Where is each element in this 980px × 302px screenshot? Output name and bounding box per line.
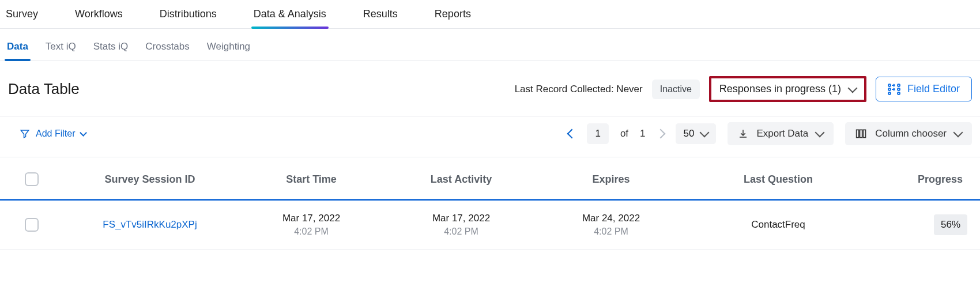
- sub-tabs: Data Text iQ Stats iQ Crosstabs Weightin…: [0, 29, 980, 61]
- pager-next-button[interactable]: [655, 129, 665, 139]
- svg-point-5: [888, 88, 891, 90]
- last-activity-date: Mar 17, 2022: [386, 212, 536, 225]
- title-row: Data Table Last Record Collected: Never …: [0, 61, 980, 112]
- last-question-cell: ContactFreq: [686, 219, 870, 231]
- subtab-data[interactable]: Data: [6, 32, 29, 61]
- chevron-down-icon: [815, 128, 825, 138]
- progress-cell: 56%: [870, 214, 980, 235]
- session-id-link[interactable]: FS_vTv5iIRkKu2pXPj: [63, 219, 236, 231]
- svg-point-10: [888, 92, 891, 95]
- last-record-label: Last Record Collected: Never: [515, 84, 643, 95]
- last-activity-time: 4:02 PM: [386, 225, 536, 238]
- svg-line-8: [894, 89, 895, 90]
- column-start-time[interactable]: Start Time: [236, 173, 386, 186]
- start-date: Mar 17, 2022: [236, 212, 386, 225]
- pager-of-label: of: [620, 128, 628, 139]
- pager-current-page[interactable]: 1: [587, 123, 608, 144]
- responses-in-progress-dropdown[interactable]: Responses in progress (1): [709, 76, 866, 102]
- filter-icon: [20, 129, 30, 139]
- svg-line-3: [894, 85, 895, 86]
- page-title: Data Table: [8, 80, 80, 98]
- column-chooser-label: Column chooser: [875, 128, 947, 139]
- columns-icon: [855, 129, 867, 139]
- chevron-down-icon: [953, 128, 963, 138]
- tab-workflows[interactable]: Workflows: [74, 1, 124, 28]
- pager: 1 of 1: [568, 123, 664, 144]
- chevron-down-icon: [847, 83, 857, 93]
- field-editor-label: Field Editor: [907, 83, 960, 95]
- tab-survey[interactable]: Survey: [5, 1, 39, 28]
- svg-point-11: [898, 92, 900, 95]
- subtab-crosstabs[interactable]: Crosstabs: [144, 32, 191, 61]
- svg-point-0: [888, 84, 891, 86]
- chevron-down-icon: [80, 129, 88, 137]
- page-size-dropdown[interactable]: 50: [676, 123, 717, 144]
- subtab-stats-iq[interactable]: Stats iQ: [92, 32, 129, 61]
- expires-cell: Mar 24, 2022 4:02 PM: [536, 212, 686, 238]
- select-all-checkbox[interactable]: [25, 172, 39, 186]
- field-editor-button[interactable]: Field Editor: [876, 77, 972, 101]
- add-filter-button[interactable]: Add Filter: [8, 129, 86, 139]
- pager-total-pages: 1: [640, 128, 645, 139]
- responses-in-progress-label: Responses in progress (1): [719, 83, 841, 95]
- toolbar: Add Filter 1 of 1 50 Export Data: [0, 116, 980, 157]
- table-row: FS_vTv5iIRkKu2pXPj Mar 17, 2022 4:02 PM …: [0, 201, 980, 250]
- subtab-text-iq[interactable]: Text iQ: [44, 32, 77, 61]
- progress-badge: 56%: [934, 214, 967, 235]
- table-header: Survey Session ID Start Time Last Activi…: [0, 157, 980, 201]
- start-time: 4:02 PM: [236, 225, 386, 238]
- row-checkbox[interactable]: [25, 218, 39, 232]
- chevron-down-icon: [700, 128, 710, 138]
- pager-prev-button[interactable]: [567, 129, 577, 139]
- subtab-weighting[interactable]: Weighting: [206, 32, 251, 61]
- field-editor-icon: [888, 84, 900, 95]
- column-expires[interactable]: Expires: [536, 173, 686, 186]
- start-time-cell: Mar 17, 2022 4:02 PM: [236, 212, 386, 238]
- column-last-question[interactable]: Last Question: [686, 173, 870, 186]
- status-pill-inactive: Inactive: [652, 80, 700, 99]
- responses-table: Survey Session ID Start Time Last Activi…: [0, 157, 980, 250]
- row-checkbox-cell: [0, 218, 63, 232]
- page-size-value: 50: [684, 128, 695, 139]
- tab-reports[interactable]: Reports: [434, 1, 472, 28]
- svg-point-4: [898, 84, 900, 86]
- tab-results[interactable]: Results: [362, 1, 399, 28]
- expires-date: Mar 24, 2022: [536, 212, 686, 225]
- column-chooser-button[interactable]: Column chooser: [845, 122, 972, 145]
- tab-data-analysis[interactable]: Data & Analysis: [252, 1, 327, 28]
- svg-rect-12: [857, 130, 859, 137]
- column-checkbox: [0, 172, 63, 186]
- last-activity-cell: Mar 17, 2022 4:02 PM: [386, 212, 536, 238]
- export-data-button[interactable]: Export Data: [728, 122, 834, 145]
- download-icon: [738, 129, 748, 139]
- column-progress[interactable]: Progress: [870, 173, 980, 186]
- column-session-id[interactable]: Survey Session ID: [63, 173, 236, 186]
- tab-distributions[interactable]: Distributions: [159, 1, 218, 28]
- svg-point-9: [898, 88, 900, 90]
- add-filter-label: Add Filter: [36, 129, 75, 139]
- primary-tabs: Survey Workflows Distributions Data & An…: [0, 0, 980, 29]
- export-data-label: Export Data: [756, 128, 808, 139]
- svg-rect-13: [860, 130, 862, 137]
- expires-time: 4:02 PM: [536, 225, 686, 238]
- column-last-activity[interactable]: Last Activity: [386, 173, 536, 186]
- svg-rect-14: [864, 130, 866, 137]
